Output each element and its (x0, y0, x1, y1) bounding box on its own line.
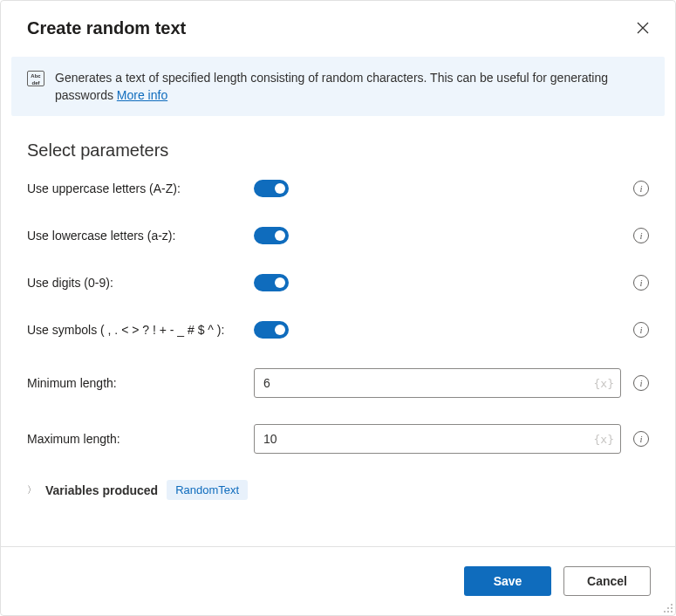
max-length-label: Maximum length: (27, 432, 254, 446)
chevron-right-icon: 〉 (27, 483, 37, 496)
info-icon[interactable] (633, 431, 649, 447)
info-bar: Generates a text of specified length con… (11, 57, 665, 116)
dialog-title: Create random text (27, 18, 186, 38)
more-info-link[interactable]: More info (117, 88, 167, 102)
param-row-digits: Use digits (0-9): (27, 274, 649, 291)
variable-tag-randomtext[interactable]: RandomText (167, 480, 248, 500)
info-icon[interactable] (633, 375, 649, 391)
create-random-text-dialog: Create random text Generates a text of s… (0, 0, 676, 616)
abc-def-icon (27, 71, 44, 86)
svg-point-3 (664, 611, 666, 613)
max-length-input[interactable] (254, 424, 621, 454)
min-length-input[interactable] (254, 368, 621, 398)
lowercase-toggle[interactable] (254, 227, 289, 244)
symbols-toggle[interactable] (254, 321, 289, 339)
info-icon[interactable] (633, 228, 649, 243)
param-row-uppercase: Use uppercase letters (A-Z): (27, 180, 649, 197)
save-button[interactable]: Save (464, 566, 551, 596)
digits-label: Use digits (0-9): (27, 276, 254, 290)
min-length-label: Minimum length: (27, 376, 254, 390)
svg-point-1 (667, 607, 669, 609)
min-length-row: Minimum length: {x} (27, 368, 649, 398)
dialog-header: Create random text (1, 1, 675, 48)
variable-token-icon[interactable]: {x} (594, 377, 614, 390)
resize-grip-icon[interactable] (663, 603, 673, 613)
param-row-lowercase: Use lowercase letters (a-z): (27, 227, 649, 244)
param-row-symbols: Use symbols ( , . < > ? ! + - _ # $ ^ ): (27, 321, 649, 339)
variables-produced-row[interactable]: 〉 Variables produced RandomText (27, 480, 649, 500)
svg-point-5 (671, 611, 673, 613)
uppercase-label: Use uppercase letters (A-Z): (27, 181, 254, 195)
svg-point-4 (667, 611, 669, 613)
info-icon[interactable] (633, 322, 649, 338)
max-length-row: Maximum length: {x} (27, 424, 649, 454)
cancel-button[interactable]: Cancel (563, 566, 651, 596)
section-title: Select parameters (27, 140, 649, 161)
svg-point-2 (671, 607, 673, 609)
dialog-footer: Save Cancel (1, 546, 675, 615)
symbols-label: Use symbols ( , . < > ? ! + - _ # $ ^ ): (27, 323, 254, 337)
svg-point-0 (671, 604, 673, 606)
lowercase-label: Use lowercase letters (a-z): (27, 229, 254, 243)
close-button[interactable] (632, 17, 654, 39)
uppercase-toggle[interactable] (254, 180, 289, 197)
variable-token-icon[interactable]: {x} (594, 433, 614, 446)
info-text: Generates a text of specified length con… (55, 69, 649, 104)
close-icon (637, 22, 649, 34)
info-icon[interactable] (633, 181, 649, 196)
info-icon[interactable] (633, 275, 649, 291)
dialog-content: Select parameters Use uppercase letters … (1, 116, 675, 546)
variables-produced-label: Variables produced (45, 483, 158, 497)
digits-toggle[interactable] (254, 274, 289, 291)
